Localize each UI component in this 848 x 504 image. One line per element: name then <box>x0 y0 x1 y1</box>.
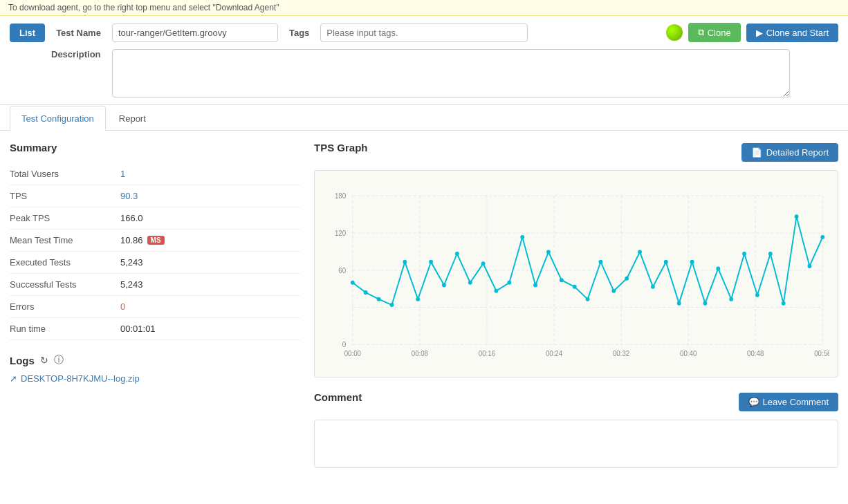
svg-text:00:08: 00:08 <box>412 349 429 357</box>
play-icon: ▶ <box>756 28 763 38</box>
leave-comment-button[interactable]: 💬 Leave Comment <box>739 393 838 411</box>
comment-icon: 💬 <box>748 397 759 407</box>
chart-data-point <box>782 301 786 306</box>
chart-data-point <box>611 289 616 293</box>
tab-report[interactable]: Report <box>107 106 158 131</box>
chart-data-point <box>546 250 551 254</box>
chart-data-point <box>495 289 499 293</box>
clone-start-button[interactable]: ▶ Clone and Start <box>746 24 838 42</box>
detailed-report-button[interactable]: 📄 Detailed Report <box>741 143 838 162</box>
status-indicator <box>666 24 683 41</box>
test-name-input[interactable] <box>112 24 278 42</box>
comment-section: Comment 💬 Leave Comment <box>314 391 838 468</box>
logs-section: Logs ↻ ⓘ ➚ DESKTOP-8H7KJMU--log.zip <box>10 354 300 384</box>
chart-data-point <box>403 260 407 264</box>
summary-row-value: 00:01:01 <box>120 324 156 334</box>
svg-text:00:40: 00:40 <box>680 349 697 357</box>
header-section: List Test Name Tags ⧉ Clone ▶ Clone and … <box>0 16 848 105</box>
chart-data-point <box>664 260 668 264</box>
chart-data-point <box>560 278 564 282</box>
clone-button[interactable]: ⧉ Clone <box>688 23 741 42</box>
summary-row: Run time00:01:01 <box>10 318 300 340</box>
chart-data-point <box>625 277 629 281</box>
report-icon: 📄 <box>751 147 762 158</box>
tps-chart-svg: 180 120 60 0 00:00 00:08 00:16 00:24 00:… <box>326 182 829 371</box>
summary-row-label: Mean Test Time <box>10 235 120 245</box>
summary-row-value: 5,243 <box>120 257 143 268</box>
summary-row-label: Total Vusers <box>10 169 120 179</box>
chart-data-point <box>351 281 355 285</box>
chart-data-point <box>455 252 459 256</box>
chart-data-point <box>599 260 603 264</box>
summary-row: Successful Tests5,243 <box>10 274 300 296</box>
chart-data-point <box>468 281 472 285</box>
chart-data-point <box>533 283 537 287</box>
summary-section: Summary Total Vusers1TPS90.3Peak TPS166.… <box>10 142 300 340</box>
tab-test-configuration[interactable]: Test Configuration <box>10 106 106 131</box>
chart-data-point <box>651 285 655 289</box>
chart-data-point <box>429 260 433 264</box>
comment-title: Comment <box>314 391 362 403</box>
summary-row-label: Successful Tests <box>10 279 120 290</box>
summary-row: Peak TPS166.0 <box>10 207 300 230</box>
tags-input[interactable] <box>320 24 528 42</box>
left-panel: Summary Total Vusers1TPS90.3Peak TPS166.… <box>10 142 300 468</box>
chart-data-point <box>820 235 824 239</box>
logs-title: Logs <box>10 355 35 366</box>
chart-data-point <box>638 250 642 254</box>
topbar-message: To download agent, go to the right top m… <box>8 3 279 12</box>
logs-refresh-button[interactable]: ↻ <box>40 355 48 366</box>
description-input[interactable] <box>112 49 790 97</box>
summary-row-value: 1 <box>120 169 125 179</box>
svg-text:00:56: 00:56 <box>814 349 829 357</box>
summary-row: TPS90.3 <box>10 185 300 207</box>
summary-row-value: 10.86 <box>120 235 143 245</box>
description-label: Description <box>51 49 101 59</box>
main-content: Summary Total Vusers1TPS90.3Peak TPS166.… <box>0 131 848 479</box>
summary-title: Summary <box>10 142 300 153</box>
summary-row-value: 5,243 <box>120 279 143 290</box>
summary-row: Mean Test Time10.86MS <box>10 230 300 252</box>
list-button[interactable]: List <box>10 24 45 42</box>
chart-data-point <box>703 301 708 306</box>
svg-text:180: 180 <box>335 192 347 200</box>
chart-data-point <box>742 252 746 256</box>
top-bar: To download agent, go to the right top m… <box>0 0 848 16</box>
logs-info-button[interactable]: ⓘ <box>54 354 64 366</box>
svg-text:00:48: 00:48 <box>747 349 764 357</box>
chart-data-point <box>677 301 681 306</box>
chart-data-point <box>690 260 694 264</box>
chart-data-point <box>586 297 590 301</box>
svg-text:00:32: 00:32 <box>613 349 630 357</box>
chart-data-point <box>416 297 420 301</box>
svg-text:00:24: 00:24 <box>546 349 563 357</box>
chart-data-point <box>808 264 812 268</box>
test-name-label: Test Name <box>56 28 101 38</box>
summary-row-label: Executed Tests <box>10 257 120 268</box>
summary-row-label: Peak TPS <box>10 213 120 223</box>
chart-data-point <box>520 235 524 239</box>
right-panel: TPS Graph 📄 Detailed Report <box>314 142 838 468</box>
chart-data-point <box>481 261 486 265</box>
svg-text:120: 120 <box>335 230 347 237</box>
chart-data-point <box>442 283 446 287</box>
summary-row-value: 90.3 <box>120 191 138 201</box>
summary-table: Total Vusers1TPS90.3Peak TPS166.0Mean Te… <box>10 163 300 340</box>
log-file-link[interactable]: ➚ DESKTOP-8H7KJMU--log.zip <box>10 373 300 384</box>
summary-row: Errors0 <box>10 296 300 318</box>
summary-row-label: TPS <box>10 191 120 201</box>
tabs-bar: Test Configuration Report <box>0 105 848 131</box>
chart-data-point <box>729 297 733 301</box>
svg-text:60: 60 <box>338 267 346 274</box>
svg-text:00:00: 00:00 <box>344 349 362 357</box>
log-file-link-container: ➚ DESKTOP-8H7KJMU--log.zip <box>10 373 300 384</box>
summary-row: Executed Tests5,243 <box>10 252 300 274</box>
chart-data-point <box>795 214 799 218</box>
summary-row-value: 166.0 <box>120 213 143 223</box>
ms-badge: MS <box>147 236 165 245</box>
summary-row-label: Errors <box>10 301 120 312</box>
chart-data-point <box>507 281 511 285</box>
comment-box <box>314 420 838 468</box>
chart-data-point <box>364 290 368 295</box>
chart-container: 180 120 60 0 00:00 00:08 00:16 00:24 00:… <box>314 170 838 377</box>
